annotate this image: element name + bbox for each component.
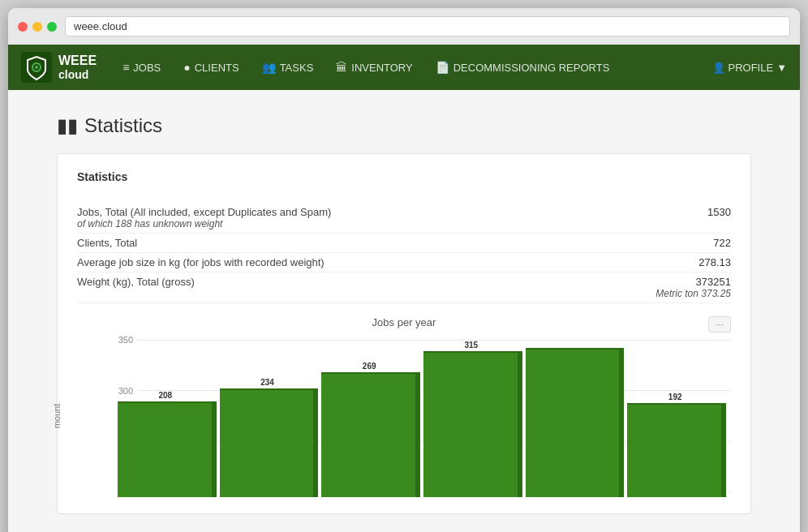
chart-title-text: Jobs per year <box>372 316 436 328</box>
jobs-icon: ≡ <box>122 61 129 74</box>
traffic-lights <box>18 22 57 32</box>
bar-4[interactable] <box>526 348 621 497</box>
chart-title: Jobs per year ⋯ <box>77 316 731 328</box>
statistics-card: Statistics Jobs, Total (All included, ex… <box>57 153 751 514</box>
logo[interactable]: WEEE cloud <box>21 52 97 83</box>
bar-group-2[interactable]: 269 <box>321 335 417 497</box>
nav-items: ≡ JOBS ● CLIENTS 👥 TASKS 🏛 INVENTORY 📄 D… <box>113 56 711 79</box>
chart-area: 350 300 250 <box>77 335 731 497</box>
browser-window: weee.cloud WEEE cloud ≡ JOBS ● CLIENTS <box>8 8 800 532</box>
bar-2[interactable] <box>321 372 417 497</box>
stat-label-total-weight: Weight (kg), Total (gross) <box>77 276 195 288</box>
y-axis-label: mount <box>52 404 62 429</box>
logo-text: WEEE cloud <box>58 53 97 82</box>
bar-3[interactable] <box>423 351 519 497</box>
stat-value-clients: 722 <box>713 237 731 249</box>
nav-label-clients: CLIENTS <box>195 62 239 74</box>
chart-wrapper: mount 350 300 <box>77 335 731 497</box>
stat-row-clients: Clients, Total 722 <box>77 234 731 253</box>
url-bar[interactable]: weee.cloud <box>65 16 790 36</box>
chart-options-button[interactable]: ⋯ <box>708 316 731 332</box>
browser-chrome: weee.cloud <box>8 8 800 45</box>
statistics-chart-icon: ▮▮ <box>57 114 78 137</box>
bar-0[interactable] <box>118 401 213 497</box>
stat-value-total-weight: 373251 Metric ton 373.25 <box>655 276 731 299</box>
stat-label-avg-weight: Average job size in kg (for jobs with re… <box>77 256 324 268</box>
bar-label-1: 234 <box>260 378 274 387</box>
stat-row-jobs: Jobs, Total (All included, except Duplic… <box>77 203 731 234</box>
nav-item-tasks[interactable]: 👥 TASKS <box>252 56 324 79</box>
bar-group-5[interactable]: 192 <box>627 335 723 497</box>
nav-label-tasks: TASKS <box>280 62 314 74</box>
nav-item-inventory[interactable]: 🏛 INVENTORY <box>326 56 422 79</box>
bars-container: 208 234 269 <box>110 335 731 497</box>
nav-item-clients[interactable]: ● CLIENTS <box>174 56 248 79</box>
nav-item-jobs[interactable]: ≡ JOBS <box>113 56 170 79</box>
chart-section: Jobs per year ⋯ mount 350 300 <box>77 316 731 497</box>
card-title: Statistics <box>77 170 731 190</box>
nav-item-decommissioning[interactable]: 📄 DECOMMISSIONING REPORTS <box>426 56 620 79</box>
bar-label-2: 269 <box>363 362 376 371</box>
profile-label: PROFILE <box>728 62 774 74</box>
profile-menu[interactable]: 👤 PROFILE ▼ <box>712 62 788 74</box>
bar-group-4[interactable] <box>526 335 621 497</box>
page-title-section: ▮▮ Statistics <box>57 114 751 137</box>
inventory-icon: 🏛 <box>336 61 347 74</box>
svg-point-2 <box>35 66 38 69</box>
bar-5[interactable] <box>627 403 723 497</box>
page-content: ▮▮ Statistics Statistics Jobs, Total (Al… <box>8 90 800 532</box>
bar-label-3: 315 <box>465 341 479 350</box>
stat-sublabel-jobs: of which 188 has unknown weight <box>77 218 331 230</box>
nav-label-inventory: INVENTORY <box>351 62 412 74</box>
stat-label-jobs: Jobs, Total (All included, except Duplic… <box>77 206 331 230</box>
close-button[interactable] <box>18 22 28 32</box>
clients-icon: ● <box>183 61 190 74</box>
bar-1[interactable] <box>220 388 316 497</box>
bar-label-0: 208 <box>158 391 172 400</box>
profile-chevron-icon: ▼ <box>776 62 787 74</box>
logo-icon <box>21 52 52 83</box>
nav-label-decommissioning: DECOMMISSIONING REPORTS <box>453 62 610 74</box>
maximize-button[interactable] <box>47 22 57 32</box>
tasks-icon: 👥 <box>262 61 276 74</box>
bar-label-5: 192 <box>668 393 682 401</box>
bar-group-0[interactable]: 208 <box>118 335 213 497</box>
nav-label-jobs: JOBS <box>133 62 161 74</box>
profile-icon: 👤 <box>712 62 725 74</box>
stat-value-avg-weight: 278.13 <box>698 256 731 268</box>
stat-value-jobs: 1530 <box>707 206 731 218</box>
stat-subvalue-total-weight: Metric ton 373.25 <box>655 288 731 299</box>
navbar: WEEE cloud ≡ JOBS ● CLIENTS 👥 TASKS 🏛 IN… <box>8 45 800 90</box>
decommissioning-icon: 📄 <box>436 61 449 74</box>
bar-group-3[interactable]: 315 <box>423 335 519 497</box>
minimize-button[interactable] <box>32 22 42 32</box>
page-title: Statistics <box>84 114 162 137</box>
stat-row-total-weight: Weight (kg), Total (gross) 373251 Metric… <box>77 272 731 303</box>
stat-row-avg-weight: Average job size in kg (for jobs with re… <box>77 253 731 272</box>
bar-group-1[interactable]: 234 <box>220 335 316 497</box>
stat-label-clients: Clients, Total <box>77 237 137 249</box>
